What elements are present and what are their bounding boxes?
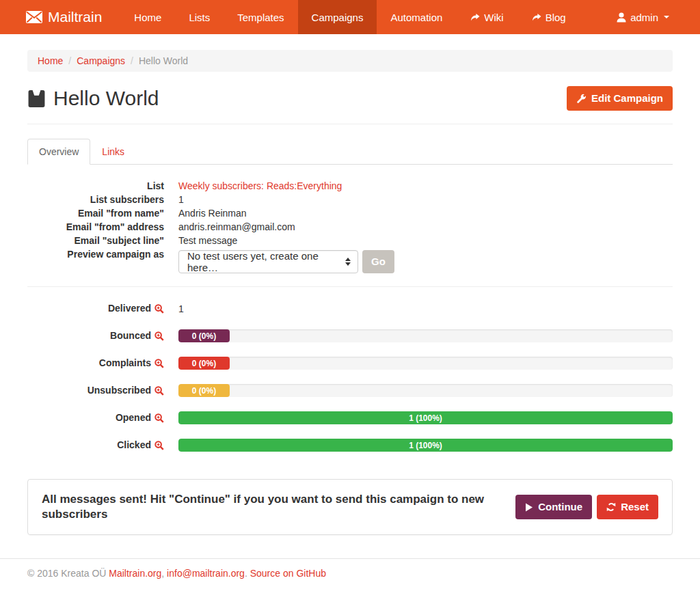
tab-links[interactable]: Links <box>90 139 136 165</box>
mailtrain-org-link[interactable]: Mailtrain.org <box>109 568 161 579</box>
progress-track: 0 (0%) <box>178 329 673 342</box>
zoom-in-icon[interactable] <box>154 359 164 368</box>
progress-bar-bounced: 0 (0%) <box>178 329 230 342</box>
nav-item-templates[interactable]: Templates <box>224 0 297 34</box>
nav-item-wiki-label: Wiki <box>484 12 503 23</box>
field-row-list: List Weekly subscribers: Reads:Everythin… <box>27 179 673 193</box>
copyright-text: © 2016 Kreata OÜ <box>27 568 106 579</box>
progress-bar-unsubscribed: 0 (0%) <box>178 384 230 397</box>
continue-label: Continue <box>538 500 582 514</box>
nav-item-automation[interactable]: Automation <box>377 0 456 34</box>
field-row-subject: Email "subject line" Test message <box>27 234 673 247</box>
nav-item-lists[interactable]: Lists <box>175 0 224 34</box>
nav-item-wiki[interactable]: Wiki <box>456 0 517 34</box>
zoom-in-icon[interactable] <box>154 386 164 396</box>
preview-user-select-value: No test users yet, create one here… <box>187 250 345 273</box>
breadcrumb-separator: / <box>68 55 71 66</box>
field-label: List <box>27 179 164 193</box>
external-share-icon <box>531 12 541 23</box>
field-label: Email "subject line" <box>27 234 164 247</box>
send-status-message: All messages sent! Hit "Continue" if you… <box>42 492 513 522</box>
reset-label: Reset <box>621 500 649 514</box>
zoom-in-icon[interactable] <box>154 304 164 314</box>
stat-label: Opened <box>116 411 151 424</box>
campaign-stats: Delivered 1 Bounced 0 (0%) Complaints <box>27 302 673 452</box>
field-label: Email "from" address <box>27 220 164 234</box>
stat-value: 1 <box>178 303 184 314</box>
field-row-preview: Preview campaign as No test users yet, c… <box>27 247 673 273</box>
field-value: Test message <box>178 234 237 247</box>
stat-row-bounced: Bounced 0 (0%) <box>27 329 673 342</box>
progress-bar-complaints: 0 (0%) <box>178 357 230 370</box>
field-row-from-address: Email "from" address andris.reinman@gmai… <box>27 220 673 234</box>
send-status-panel: All messages sent! Hit "Continue" if you… <box>27 479 673 535</box>
chevron-down-icon <box>664 16 669 18</box>
envelope-icon <box>26 11 42 23</box>
main-nav: Home Lists Templates Campaigns Automatio… <box>120 0 579 34</box>
brand-logo[interactable]: Mailtrain <box>0 0 112 34</box>
go-button[interactable]: Go <box>362 250 394 273</box>
stat-row-delivered: Delivered 1 <box>27 302 673 315</box>
tab-overview[interactable]: Overview <box>27 139 90 165</box>
progress-bar-opened: 1 (100%) <box>178 411 673 424</box>
progress-track: 1 (100%) <box>178 411 673 424</box>
zoom-in-icon[interactable] <box>154 413 164 423</box>
preview-user-select[interactable]: No test users yet, create one here… <box>178 250 358 273</box>
field-label: List subscribers <box>27 193 164 206</box>
progress-bar-clicked: 1 (100%) <box>178 439 673 452</box>
user-menu[interactable]: admin <box>606 0 679 34</box>
edit-campaign-label: Edit Campaign <box>591 92 663 105</box>
contact-email-link[interactable]: info@mailtrain.org <box>167 568 245 579</box>
field-label: Preview campaign as <box>27 247 164 261</box>
brand-label: Mailtrain <box>48 9 102 25</box>
progress-track: 1 (100%) <box>178 439 673 452</box>
nav-item-blog-label: Blog <box>546 12 566 23</box>
github-source-link[interactable]: Source on GitHub <box>250 568 326 579</box>
page-footer: © 2016 Kreata OÜ Mailtrain.org, info@mai… <box>0 558 700 588</box>
zoom-in-icon[interactable] <box>154 331 164 341</box>
stat-row-clicked: Clicked 1 (100%) <box>27 439 673 452</box>
external-share-icon <box>470 12 480 23</box>
field-row-subscribers: List subscribers 1 <box>27 193 673 206</box>
field-label: Email "from name" <box>27 206 164 220</box>
breadcrumb-campaigns[interactable]: Campaigns <box>77 55 125 66</box>
nav-item-campaigns[interactable]: Campaigns <box>298 0 377 34</box>
list-link[interactable]: Weekly subscribers: Reads:Everything <box>178 180 342 191</box>
stat-label: Bounced <box>110 329 151 342</box>
section-divider <box>27 286 673 287</box>
inbox-icon <box>27 90 46 108</box>
progress-track: 0 (0%) <box>178 384 673 397</box>
page-title: Hello World <box>27 87 159 110</box>
stat-label: Clicked <box>117 439 151 452</box>
header-divider <box>27 124 673 124</box>
stat-row-complaints: Complaints 0 (0%) <box>27 357 673 370</box>
zoom-in-icon[interactable] <box>154 441 164 450</box>
stat-label: Unsubscribed <box>88 384 151 397</box>
stat-label: Delivered <box>108 302 151 315</box>
field-value: Andris Reinman <box>178 206 247 220</box>
continue-button[interactable]: Continue <box>515 495 592 519</box>
edit-campaign-button[interactable]: Edit Campaign <box>567 86 673 111</box>
stat-row-unsubscribed: Unsubscribed 0 (0%) <box>27 384 673 397</box>
select-updown-icon <box>345 258 351 266</box>
stat-label: Complaints <box>99 357 151 370</box>
play-icon <box>525 503 533 512</box>
field-value: andris.reinman@gmail.com <box>178 220 295 234</box>
breadcrumb-separator: / <box>131 55 133 66</box>
nav-item-blog[interactable]: Blog <box>517 0 580 34</box>
user-icon <box>617 12 626 23</box>
nav-item-home[interactable]: Home <box>120 0 175 34</box>
breadcrumb: Home / Campaigns / Hello World <box>27 50 673 72</box>
breadcrumb-current: Hello World <box>139 55 188 66</box>
wrench-icon <box>576 94 587 104</box>
stat-row-opened: Opened 1 (100%) <box>27 411 673 424</box>
top-navbar: Mailtrain Home Lists Templates Campaigns… <box>0 0 700 34</box>
refresh-icon <box>606 502 616 512</box>
tab-bar: Overview Links <box>27 139 673 165</box>
field-value: 1 <box>178 193 184 206</box>
user-name: admin <box>630 12 658 23</box>
breadcrumb-home[interactable]: Home <box>38 55 63 66</box>
reset-button[interactable]: Reset <box>597 495 658 519</box>
field-row-from-name: Email "from name" Andris Reinman <box>27 206 673 220</box>
page-title-text: Hello World <box>53 87 159 110</box>
